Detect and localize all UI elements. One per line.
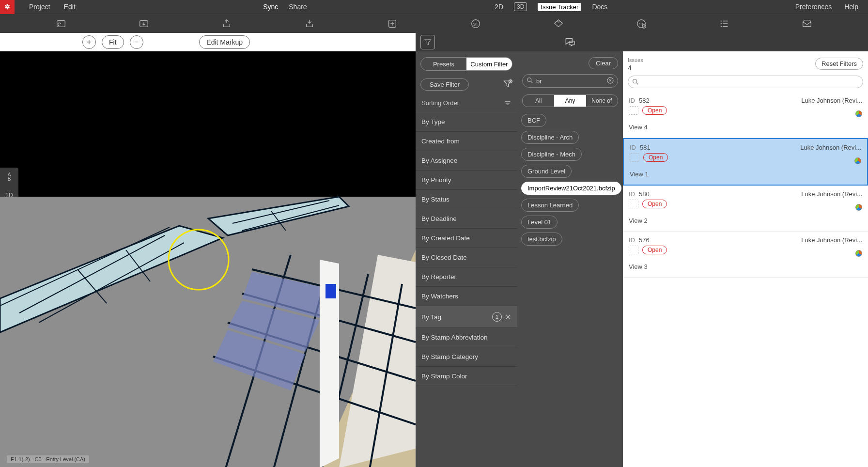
status-badge: Open	[642, 200, 667, 208]
presets-tab[interactable]: Presets	[421, 58, 466, 70]
search-icon	[526, 77, 534, 84]
issues-search-input[interactable]	[628, 76, 863, 88]
filter-item[interactable]: By Created Date	[416, 229, 517, 248]
chat-icon[interactable]	[564, 36, 576, 48]
issue-card[interactable]: ID582Luke Johnson (Revi... Open View 4	[623, 92, 868, 138]
filter-toggle-button[interactable]	[420, 35, 435, 49]
filter-item[interactable]: By Reporter	[416, 267, 517, 287]
tag-chip[interactable]: test.bcfzip	[521, 233, 562, 246]
menu-project[interactable]: Project	[29, 3, 50, 11]
issue-card[interactable]: ID576Luke Johnson (Revi... Open View 3	[623, 232, 868, 278]
tag-filter-panel: Clear AllAnyNone of BCFDiscipline - Arch…	[517, 33, 623, 467]
tag-search-input[interactable]	[522, 74, 618, 88]
issue-card[interactable]: ID580Luke Johnson (Revi... Open View 2	[623, 186, 868, 232]
stamp-settings-icon[interactable]: ST	[636, 18, 647, 30]
clear-search-icon[interactable]	[606, 77, 614, 84]
filter-item[interactable]: By Assignee	[416, 151, 517, 171]
tag-chip[interactable]: Ground Level	[521, 165, 572, 178]
filter-item[interactable]: By Priority	[416, 171, 517, 190]
tag-chip[interactable]: ImportReview21Oct2021.bcfzip	[521, 182, 621, 195]
checklist-icon[interactable]	[718, 18, 730, 30]
issue-thumbnail	[629, 106, 638, 115]
tag-mode-option[interactable]: All	[523, 95, 554, 107]
filter-item[interactable]: By Type	[416, 112, 517, 132]
svg-point-37	[527, 78, 531, 82]
fit-button[interactable]: Fit	[102, 35, 124, 49]
svg-text:ST: ST	[639, 21, 644, 26]
tag-mode-option[interactable]: None of	[586, 95, 618, 107]
svg-point-5	[558, 21, 559, 22]
viewport-3d[interactable]: AB 2D 3D	[0, 51, 416, 467]
issue-thumbnail	[629, 200, 638, 208]
search-icon	[632, 78, 639, 86]
issue-thumbnail	[629, 246, 638, 254]
viewport-toolbar: + Fit − Edit Markup	[0, 33, 416, 51]
inbox-icon[interactable]	[801, 18, 813, 30]
issue-thumbnail	[630, 153, 639, 162]
sorting-order-row[interactable]: Sorting Order	[416, 94, 517, 112]
status-bar: F1-1(-2) - C0 - Entry Level (CA)	[7, 455, 89, 463]
issues-count: 4	[628, 64, 643, 72]
share-up-icon[interactable]	[221, 18, 232, 30]
tag-chip[interactable]: BCF	[521, 114, 546, 127]
filter-item[interactable]: By Status	[416, 190, 517, 209]
clear-tags-button[interactable]: Clear	[589, 57, 618, 69]
issues-panel: Issues 4 Reset Filters ID582Luke Johnson…	[623, 33, 868, 467]
tag-icon[interactable]	[553, 18, 564, 30]
scene-3d	[0, 197, 416, 467]
toolbar: ST ST	[0, 14, 868, 33]
app-logo[interactable]: ✲	[0, 0, 15, 14]
view-ab-button[interactable]: AB	[0, 168, 18, 186]
filter-item[interactable]: By Stamp Category	[416, 347, 517, 367]
svg-marker-26	[208, 197, 349, 235]
view-docs[interactable]: Docs	[592, 3, 607, 11]
save-filter-button[interactable]: Save Filter	[420, 78, 469, 91]
sync-status-icon	[854, 157, 861, 164]
sync-status-icon	[855, 204, 862, 211]
custom-filter-tab[interactable]: Custom Filter	[466, 58, 512, 70]
sync-status-icon	[855, 110, 862, 117]
filter-item[interactable]: By Stamp Abbreviation	[416, 328, 517, 347]
filter-item[interactable]: By Stamp Color	[416, 367, 517, 386]
clear-filter-icon[interactable]	[503, 79, 512, 91]
sort-icon	[504, 99, 512, 107]
bcf-refresh-icon[interactable]	[55, 18, 67, 30]
viewport-column: + Fit − Edit Markup AB 2D 3D	[0, 33, 416, 467]
menu-share[interactable]: Share	[289, 3, 307, 11]
reset-filters-button[interactable]: Reset Filters	[815, 58, 863, 70]
zoom-in-button[interactable]: +	[82, 35, 96, 49]
add-issue-icon[interactable]	[387, 18, 398, 30]
sync-status-icon	[855, 250, 862, 257]
status-badge: Open	[642, 246, 667, 254]
filter-item[interactable]: By Tag1	[416, 306, 517, 328]
download-icon[interactable]	[304, 18, 315, 30]
zoom-out-button[interactable]: −	[130, 35, 143, 49]
edit-markup-button[interactable]: Edit Markup	[199, 35, 250, 49]
issue-card[interactable]: ID581Luke Johnson (Revi... Open View 1	[623, 138, 868, 186]
tag-chip[interactable]: Level 01	[521, 216, 558, 229]
menu-sync[interactable]: Sync	[263, 3, 278, 11]
tag-chip[interactable]: Discipline - Mech	[521, 148, 582, 161]
tag-chip[interactable]: Lesson Learned	[521, 199, 579, 212]
menu-edit[interactable]: Edit	[64, 3, 76, 11]
tag-match-segment[interactable]: AllAnyNone of	[522, 94, 618, 107]
filter-item[interactable]: By Closed Date	[416, 248, 517, 267]
filter-item[interactable]: Created from	[416, 132, 517, 151]
menu-help[interactable]: Help	[844, 3, 858, 11]
svg-rect-24	[326, 284, 336, 298]
filter-item[interactable]: By Deadline	[416, 209, 517, 229]
status-badge: Open	[642, 106, 667, 115]
stamp-st-icon[interactable]: ST	[470, 18, 481, 30]
status-badge: Open	[643, 153, 668, 162]
view-2d[interactable]: 2D	[495, 3, 503, 11]
view-issue-tracker[interactable]: Issue Tracker	[538, 3, 581, 11]
filter-item[interactable]: By Watchers	[416, 287, 517, 306]
tag-chip[interactable]: Discipline - Arch	[521, 131, 579, 144]
menu-preferences[interactable]: Preferences	[795, 3, 832, 11]
bcf-export-icon[interactable]	[138, 18, 150, 30]
tag-mode-option[interactable]: Any	[554, 95, 586, 107]
view-3d[interactable]: 3D	[514, 2, 527, 11]
menubar: ✲ Project Edit Sync Share 2D 3D Issue Tr…	[0, 0, 868, 14]
sort-label: Sorting Order	[421, 99, 459, 107]
filter-mode-segment[interactable]: Presets Custom Filter	[420, 57, 512, 71]
